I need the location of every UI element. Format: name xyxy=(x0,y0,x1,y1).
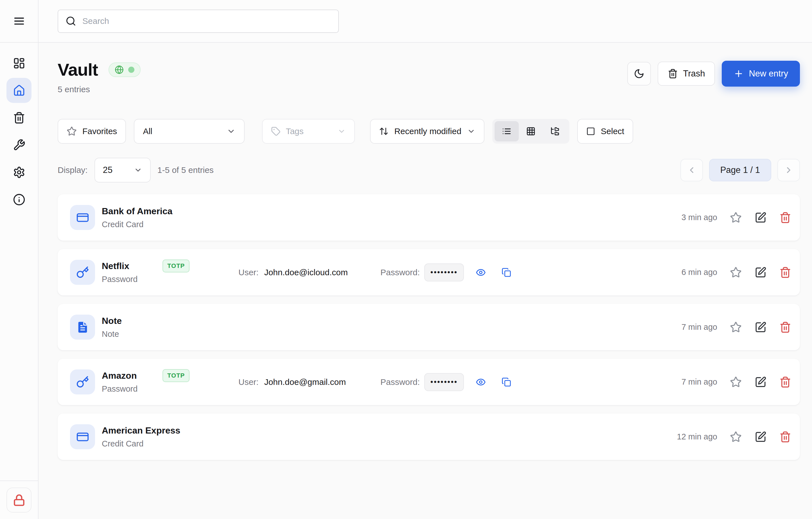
gear-icon xyxy=(13,166,25,178)
entry-title: Note xyxy=(102,316,163,326)
sidebar xyxy=(0,0,38,519)
view-mode-grid-button[interactable] xyxy=(519,121,543,141)
entry-row[interactable]: Amazon Password TOTP User: John.doe@gmai… xyxy=(58,359,800,405)
sidebar-item-dashboard[interactable] xyxy=(6,51,31,76)
entry-row[interactable]: Note Note 7 min ago xyxy=(58,304,800,350)
tags-filter-placeholder: Tags xyxy=(286,126,303,136)
view-mode-tree-button[interactable] xyxy=(543,121,567,141)
trash-button-label: Trash xyxy=(683,68,705,79)
delete-entry-button[interactable] xyxy=(779,211,791,224)
page-size-value: 25 xyxy=(103,165,113,175)
favorite-star-button[interactable] xyxy=(730,266,742,279)
entry-modified-time: 7 min ago xyxy=(671,322,717,332)
entry-modified-time: 7 min ago xyxy=(671,377,717,386)
chevron-left-icon xyxy=(687,165,696,175)
trash-button[interactable]: Trash xyxy=(658,62,715,86)
reveal-password-button[interactable] xyxy=(476,267,486,278)
entry-row[interactable]: Netflix Password TOTP User: John.doe@icl… xyxy=(58,249,800,295)
favorites-filter-button[interactable]: Favorites xyxy=(58,119,126,144)
key-icon xyxy=(70,260,95,285)
totp-badge: TOTP xyxy=(163,369,190,382)
delete-entry-button[interactable] xyxy=(779,376,791,388)
select-mode-label: Select xyxy=(601,126,624,136)
key-icon xyxy=(70,369,95,395)
sidebar-item-settings[interactable] xyxy=(6,160,31,185)
entry-type: Note xyxy=(102,329,163,339)
lock-vault-button[interactable] xyxy=(6,488,31,513)
new-entry-button-label: New entry xyxy=(749,68,788,79)
edit-entry-button[interactable] xyxy=(754,431,767,443)
page-indicator: Page 1 / 1 xyxy=(709,159,771,181)
delete-entry-button[interactable] xyxy=(779,431,791,443)
entry-row[interactable]: Bank of America Credit Card 3 min ago xyxy=(58,194,800,241)
credit-card-icon xyxy=(70,424,95,449)
search-input[interactable] xyxy=(82,16,331,26)
display-label: Display: xyxy=(58,165,88,175)
delete-entry-button[interactable] xyxy=(779,266,791,279)
eye-icon xyxy=(476,377,486,387)
copy-password-button[interactable] xyxy=(501,268,511,277)
favorite-star-button[interactable] xyxy=(730,211,742,224)
entry-modified-time: 3 min ago xyxy=(671,213,717,222)
chevron-down-icon xyxy=(467,127,475,136)
sidebar-footer xyxy=(0,481,38,519)
entry-modified-time: 6 min ago xyxy=(671,268,717,277)
header-actions: Trash New entry xyxy=(627,61,800,87)
sort-dropdown[interactable]: Recently modified xyxy=(370,119,484,144)
favorite-star-button[interactable] xyxy=(730,376,742,388)
page-header: Vault 5 entries xyxy=(58,60,800,94)
chevron-down-icon xyxy=(338,127,346,136)
edit-entry-button[interactable] xyxy=(754,321,767,334)
search-box xyxy=(58,9,339,33)
favorites-filter-label: Favorites xyxy=(82,126,117,136)
topbar xyxy=(38,0,812,43)
new-entry-button[interactable]: New entry xyxy=(722,61,800,87)
eye-icon xyxy=(476,267,486,278)
copy-password-button[interactable] xyxy=(501,377,511,387)
menu-toggle-button[interactable] xyxy=(13,15,26,28)
entry-type: Password xyxy=(102,275,163,284)
view-mode-list-button[interactable] xyxy=(495,121,519,141)
delete-entry-button[interactable] xyxy=(779,321,791,334)
pagination: Page 1 / 1 xyxy=(680,159,800,181)
edit-entry-button[interactable] xyxy=(754,266,767,279)
tree-icon xyxy=(550,126,560,136)
copy-icon xyxy=(501,268,511,277)
theme-toggle-button[interactable] xyxy=(627,62,651,85)
page-title-block: Vault 5 entries xyxy=(58,60,141,94)
globe-icon xyxy=(115,65,124,74)
sidebar-item-about[interactable] xyxy=(6,187,31,212)
entry-type: Password xyxy=(102,384,163,394)
category-filter-dropdown[interactable]: All xyxy=(134,119,244,144)
search-icon xyxy=(65,16,76,26)
layout-dashboard-icon xyxy=(13,57,25,69)
entry-row[interactable]: American Express Credit Card 12 min ago xyxy=(58,413,800,460)
list-icon xyxy=(502,126,512,136)
hamburger-icon xyxy=(13,15,26,28)
sort-value: Recently modified xyxy=(394,126,461,136)
next-page-button[interactable] xyxy=(777,159,800,181)
sidebar-item-home[interactable] xyxy=(6,78,31,103)
prev-page-button[interactable] xyxy=(680,159,703,181)
password-label: Password: xyxy=(380,377,420,387)
lock-icon xyxy=(13,494,25,506)
favorite-star-button[interactable] xyxy=(730,431,742,443)
online-dot xyxy=(128,67,135,73)
select-mode-button[interactable]: Select xyxy=(577,119,633,144)
tags-filter-dropdown[interactable]: Tags xyxy=(262,119,355,144)
favorite-star-button[interactable] xyxy=(730,321,742,334)
star-icon xyxy=(67,126,77,136)
sidebar-item-trash[interactable] xyxy=(6,105,31,130)
edit-entry-button[interactable] xyxy=(754,376,767,388)
checkbox-icon xyxy=(586,127,595,136)
edit-entry-button[interactable] xyxy=(754,211,767,224)
sort-arrows-icon xyxy=(379,126,388,136)
page-size-dropdown[interactable]: 25 xyxy=(94,158,151,182)
vault-status-badge xyxy=(109,62,141,77)
plus-icon xyxy=(733,68,744,79)
sidebar-item-tools[interactable] xyxy=(6,133,31,157)
reveal-password-button[interactable] xyxy=(476,377,486,387)
main-area: Vault 5 entries xyxy=(38,0,812,519)
entry-title: Amazon xyxy=(102,371,163,381)
sidebar-nav xyxy=(0,43,38,481)
